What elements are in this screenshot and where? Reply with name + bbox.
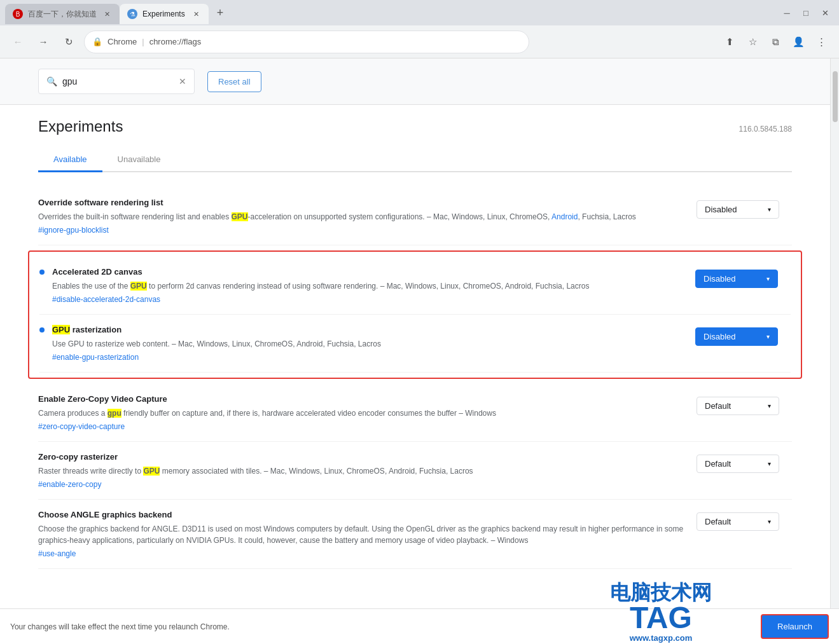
page-header: Experiments 116.0.5845.188 [38, 118, 792, 135]
chevron-down-icon-1: ▾ [768, 206, 771, 213]
search-bar: 🔍 ✕ [38, 69, 195, 94]
window-controls: ─ □ ✕ [778, 4, 834, 22]
chevron-down-icon-5: ▾ [768, 460, 771, 467]
flag-item-gpu-rasterization: GPU rasterization Use GPU to rasterize w… [39, 315, 791, 373]
flag-desc-4: Camera produces a gpu friendly buffer on… [38, 408, 684, 419]
flag-control-5: Default ▾ [697, 452, 792, 473]
search-icon: 🔍 [46, 76, 57, 86]
watermark-url: www.tagxp.com [610, 633, 712, 643]
flag-dropdown-4[interactable]: Default ▾ [697, 397, 779, 415]
page-content: Experiments 116.0.5845.188 Available Una… [0, 105, 830, 582]
flag-dropdown-6[interactable]: Default ▾ [697, 512, 779, 531]
tab-baidu-label: 百度一下，你就知道 [28, 9, 97, 20]
flag-link-5[interactable]: #enable-zero-copy [38, 480, 101, 489]
experiments-favicon: ⚗ [127, 9, 137, 19]
forward-button[interactable]: → [33, 32, 53, 52]
flags-list: Override software rendering list Overrid… [38, 188, 792, 569]
flag-content-4: Enable Zero-Copy Video Capture Camera pr… [38, 394, 697, 431]
flag-content-6: Choose ANGLE graphics backend Choose the… [38, 510, 697, 558]
minimize-button[interactable]: ─ [778, 4, 796, 22]
chevron-down-icon-3: ▾ [766, 333, 770, 340]
split-view-button[interactable]: ⧉ [765, 32, 786, 52]
flag-item-override-software: Override software rendering list Overrid… [38, 188, 792, 245]
flag-title-1: Override software rendering list [38, 198, 684, 207]
flag-control-2: Disabled ▾ [695, 267, 791, 288]
search-clear-icon[interactable]: ✕ [179, 76, 186, 86]
tab-experiments[interactable]: ⚗ Experiments ✕ [120, 4, 209, 24]
tab-baidu[interactable]: B 百度一下，你就知道 ✕ [5, 4, 120, 24]
close-button[interactable]: ✕ [816, 4, 834, 22]
flag-content-3: GPU rasterization Use GPU to rasterize w… [52, 325, 695, 362]
flag-link-2[interactable]: #disable-accelerated-2d-canvas [52, 295, 160, 304]
page-title: Experiments [38, 118, 123, 135]
flag-desc-3: Use GPU to rasterize web content. – Mac,… [52, 338, 683, 350]
flag-item-zero-copy-video: Enable Zero-Copy Video Capture Camera pr… [38, 384, 792, 442]
flag-dropdown-3[interactable]: Disabled ▾ [695, 327, 778, 346]
new-tab-button[interactable]: + [211, 4, 229, 22]
flag-control-3: Disabled ▾ [695, 325, 791, 346]
flag-link-3[interactable]: #enable-gpu-rasterization [52, 353, 139, 362]
red-border-group: Accelerated 2D canvas Enables the use of… [28, 250, 802, 379]
main-content: 🔍 ✕ Reset all Experiments 116.0.5845.188… [0, 58, 830, 608]
tab-experiments-close[interactable]: ✕ [191, 9, 201, 19]
flag-link-4[interactable]: #zero-copy-video-capture [38, 422, 125, 431]
share-button[interactable]: ⬆ [719, 32, 740, 52]
chevron-down-icon-6: ▾ [768, 518, 771, 525]
reset-all-button[interactable]: Reset all [207, 71, 261, 92]
domain-text: Chrome [107, 37, 137, 46]
flag-desc-1: Overrides the built-in software renderin… [38, 211, 684, 223]
flag-dropdown-1[interactable]: Disabled ▾ [697, 200, 779, 219]
toolbar: ← → ↻ 🔒 Chrome | chrome://flags ⬆ ☆ ⧉ 👤 … [0, 25, 839, 58]
bookmark-button[interactable]: ☆ [742, 32, 763, 52]
flag-link-6[interactable]: #use-angle [38, 549, 76, 558]
profile-button[interactable]: 👤 [788, 32, 808, 52]
flag-title-4: Enable Zero-Copy Video Capture [38, 394, 684, 404]
flag-dropdown-2[interactable]: Disabled ▾ [695, 270, 778, 288]
bottom-message: Your changes will take effect the next t… [10, 622, 230, 631]
flag-item-zero-copy-rasterizer: Zero-copy rasterizer Raster threads writ… [38, 442, 792, 500]
flag-control-6: Default ▾ [697, 510, 792, 531]
flag-bullet-3 [39, 327, 45, 332]
dropdown-value-2: Disabled [704, 274, 736, 284]
flag-dropdown-5[interactable]: Default ▾ [697, 455, 779, 473]
bottom-bar: Your changes will take effect the next t… [0, 608, 839, 644]
tab-experiments-label: Experiments [142, 10, 185, 18]
toolbar-actions: ⬆ ☆ ⧉ 👤 ⋮ [719, 32, 831, 52]
tab-baidu-close[interactable]: ✕ [102, 9, 112, 19]
flag-title-3: GPU rasterization [52, 325, 683, 334]
flag-desc-2: Enables the use of the GPU to perform 2d… [52, 280, 683, 292]
search-input[interactable] [62, 76, 174, 86]
tabs-row: Available Unavailable [38, 148, 792, 172]
dropdown-value-5: Default [705, 459, 731, 469]
dropdown-value-6: Default [705, 517, 731, 526]
flag-control-4: Default ▾ [697, 394, 792, 415]
flag-content-2: Accelerated 2D canvas Enables the use of… [52, 267, 695, 304]
flag-title-5: Zero-copy rasterizer [38, 452, 684, 462]
relaunch-button[interactable]: Relaunch [761, 614, 829, 639]
scrollbar-thumb[interactable] [833, 71, 838, 122]
back-button[interactable]: ← [8, 32, 28, 52]
version-label: 116.0.5845.188 [739, 125, 792, 134]
flag-link-1[interactable]: #ignore-gpu-blocklist [38, 226, 109, 235]
content-area: 🔍 ✕ Reset all Experiments 116.0.5845.188… [0, 58, 839, 608]
flag-desc-5: Raster threads write directly to GPU mem… [38, 465, 684, 477]
url-text: chrome://flags [149, 37, 202, 46]
flag-content-5: Zero-copy rasterizer Raster threads writ… [38, 452, 697, 489]
flag-control-1: Disabled ▾ [697, 198, 792, 219]
tab-unavailable[interactable]: Unavailable [102, 148, 176, 171]
lock-icon: 🔒 [92, 37, 102, 46]
title-bar: B 百度一下，你就知道 ✕ ⚗ Experiments ✕ + ─ □ ✕ [0, 0, 839, 25]
address-bar[interactable]: 🔒 Chrome | chrome://flags [84, 31, 529, 53]
maximize-button[interactable]: □ [797, 4, 815, 22]
flag-item-2d-canvas: Accelerated 2D canvas Enables the use of… [39, 257, 791, 315]
dropdown-value-3: Disabled [704, 332, 736, 341]
menu-button[interactable]: ⋮ [811, 32, 831, 52]
tab-available[interactable]: Available [38, 148, 102, 172]
menu-dots-icon: ⋮ [817, 36, 826, 48]
flag-desc-6: Choose the graphics backend for ANGLE. D… [38, 523, 684, 546]
browser-window: B 百度一下，你就知道 ✕ ⚗ Experiments ✕ + ─ □ ✕ ← … [0, 0, 839, 644]
flag-title-2: Accelerated 2D canvas [52, 267, 683, 277]
chevron-down-icon-2: ▾ [766, 275, 770, 282]
reload-button[interactable]: ↻ [59, 32, 79, 52]
scrollbar[interactable] [830, 58, 839, 608]
